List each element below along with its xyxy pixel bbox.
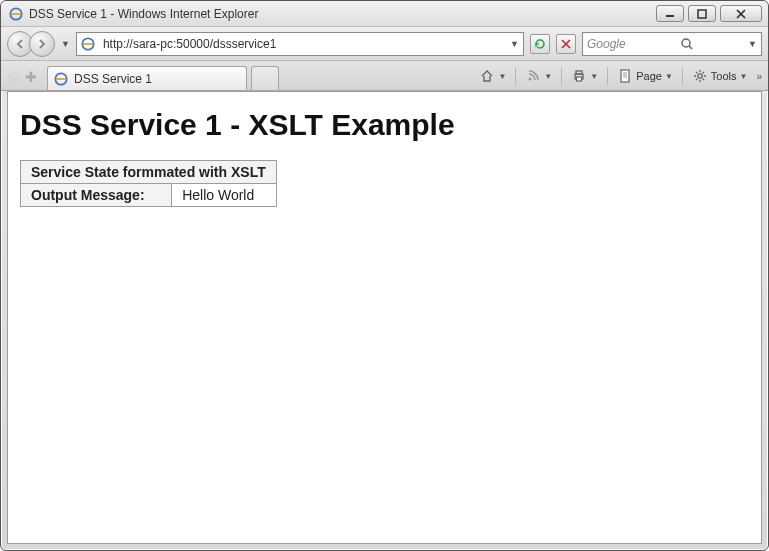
output-message-value: Hello World <box>172 184 277 207</box>
forward-button[interactable] <box>29 31 55 57</box>
new-tab-button[interactable] <box>251 66 279 90</box>
stop-button[interactable] <box>556 34 576 54</box>
minimize-button[interactable] <box>656 5 684 22</box>
command-bar: ▼ ▼ ▼ Page ▼ <box>474 65 762 87</box>
ie-icon <box>9 7 23 21</box>
toolbar-chevron-icon[interactable]: » <box>756 71 762 82</box>
maximize-button[interactable] <box>688 5 716 22</box>
page-heading: DSS Service 1 - XSLT Example <box>20 108 749 142</box>
tab-strip: ☆ ✚ DSS Service 1 ▼ ▼ <box>1 61 768 91</box>
search-icon[interactable] <box>680 37 694 51</box>
svg-line-27 <box>696 79 697 80</box>
rss-icon <box>525 68 541 84</box>
svg-line-24 <box>696 72 697 73</box>
tab-active[interactable]: DSS Service 1 <box>47 66 247 90</box>
output-message-label: Output Message: <box>21 184 172 207</box>
svg-point-11 <box>529 78 532 81</box>
address-bar[interactable]: ▼ <box>76 32 524 56</box>
search-box[interactable]: Google ▼ <box>582 32 762 56</box>
search-dropdown-icon[interactable]: ▼ <box>748 39 757 49</box>
page-ie-icon <box>81 37 95 51</box>
favorites-star-icon[interactable]: ☆ <box>7 67 21 86</box>
printer-icon <box>571 68 587 84</box>
service-state-table: Service State formmated with XSLT Output… <box>20 160 277 207</box>
svg-rect-2 <box>698 10 706 18</box>
print-button[interactable]: ▼ <box>566 65 603 87</box>
page-icon <box>617 68 633 84</box>
address-input[interactable] <box>101 36 510 52</box>
svg-line-26 <box>703 72 704 73</box>
tools-menu-button[interactable]: Tools ▼ <box>687 65 753 87</box>
tab-label: DSS Service 1 <box>74 72 152 86</box>
page-menu-label: Page <box>636 70 662 82</box>
nav-history-dropdown-icon[interactable]: ▼ <box>61 39 70 49</box>
tab-ie-icon <box>54 72 68 86</box>
page-menu-button[interactable]: Page ▼ <box>612 65 678 87</box>
svg-point-8 <box>682 39 690 47</box>
svg-point-19 <box>698 74 702 78</box>
close-button[interactable] <box>720 5 762 22</box>
home-button[interactable]: ▼ <box>474 65 511 87</box>
window-titlebar: DSS Service 1 - Windows Internet Explore… <box>1 1 768 27</box>
svg-rect-15 <box>621 70 629 82</box>
nav-toolbar: ▼ ▼ Google ▼ <box>1 27 768 61</box>
home-icon <box>479 68 495 84</box>
address-dropdown-icon[interactable]: ▼ <box>510 39 519 49</box>
page-viewport: DSS Service 1 - XSLT Example Service Sta… <box>7 91 762 544</box>
gear-icon <box>692 68 708 84</box>
refresh-button[interactable] <box>530 34 550 54</box>
add-favorite-icon[interactable]: ✚ <box>25 69 37 85</box>
window-title: DSS Service 1 - Windows Internet Explore… <box>29 7 656 21</box>
feeds-button[interactable]: ▼ <box>520 65 557 87</box>
table-header: Service State formmated with XSLT <box>21 161 277 184</box>
tools-menu-label: Tools <box>711 70 737 82</box>
svg-rect-14 <box>577 77 582 81</box>
svg-line-9 <box>689 46 692 49</box>
svg-line-25 <box>703 79 704 80</box>
search-placeholder: Google <box>587 37 626 51</box>
svg-rect-13 <box>576 71 582 74</box>
